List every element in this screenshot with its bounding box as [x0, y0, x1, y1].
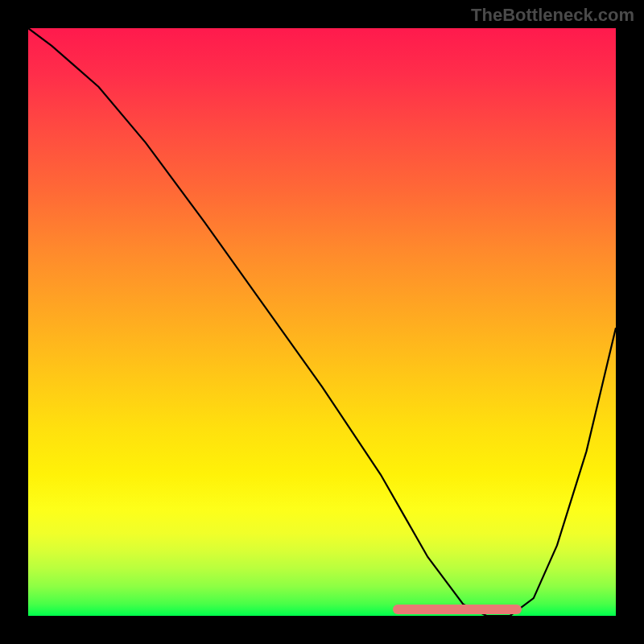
optimal-range-marker [393, 605, 522, 614]
watermark-text: TheBottleneck.com [471, 5, 634, 26]
bottleneck-curve [28, 28, 616, 616]
chart-plot-area [28, 28, 616, 616]
